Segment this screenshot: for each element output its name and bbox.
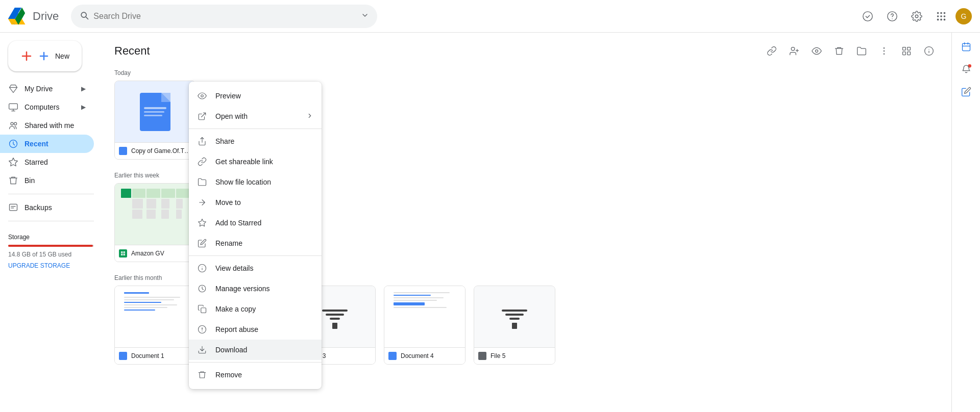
sidebar-item-label: My Drive: [24, 85, 53, 93]
sheets-icon: [119, 249, 127, 258]
sidebar-item-label: Recent: [24, 140, 48, 148]
share-menu-icon: [197, 136, 207, 146]
context-menu-open-with[interactable]: Open with: [189, 106, 322, 126]
file-card-month-5[interactable]: File 5: [474, 286, 555, 365]
expand-icon: ▶: [81, 104, 86, 111]
svg-rect-35: [121, 251, 123, 253]
file-thumbnail-sheet: [115, 184, 195, 245]
new-button[interactable]: New: [8, 41, 82, 71]
storage-label: Storage: [8, 234, 94, 241]
context-menu-show-location[interactable]: Show file location: [189, 172, 322, 192]
search-bar[interactable]: [71, 5, 377, 28]
search-dropdown-icon[interactable]: [361, 11, 369, 21]
sidebar-backups-label: Backups: [24, 203, 52, 212]
storage-section: Storage 14.8 GB of 15 GB used UPGRADE ST…: [0, 225, 102, 277]
sidebar-item-backups[interactable]: Backups: [0, 198, 94, 217]
svg-point-19: [791, 47, 795, 51]
svg-rect-14: [9, 104, 18, 109]
move-menu-icon: [197, 197, 207, 208]
expand-icon: ▶: [81, 85, 86, 92]
info-button[interactable]: [919, 41, 939, 61]
my-drive-icon: [8, 84, 18, 94]
file-card-month-1[interactable]: Document 1: [114, 286, 196, 365]
rename-menu-icon: [197, 238, 207, 248]
sidebar-item-bin[interactable]: Bin: [0, 171, 94, 190]
delete-button[interactable]: [829, 41, 849, 61]
versions-menu-icon: [197, 284, 207, 294]
preview-button[interactable]: [806, 41, 827, 61]
file-card-amazon[interactable]: Amazon GV: [114, 183, 196, 262]
edit-panel-icon[interactable]: [956, 82, 976, 102]
open-with-menu-label: Open with: [215, 112, 248, 120]
file-footer-m5: File 5: [474, 347, 555, 364]
calendar-panel-icon[interactable]: [956, 37, 976, 57]
star-menu-icon: [197, 218, 207, 228]
add-person-button[interactable]: [784, 41, 804, 61]
context-menu-make-copy[interactable]: Make a copy: [189, 299, 322, 319]
svg-point-22: [884, 50, 885, 52]
svg-rect-27: [908, 52, 911, 55]
context-menu-download[interactable]: Download: [189, 340, 322, 360]
help-button[interactable]: [882, 6, 902, 27]
context-menu-manage-versions[interactable]: Manage versions: [189, 278, 322, 299]
context-menu-add-starred[interactable]: Add to Starred: [189, 213, 322, 233]
get-link-button[interactable]: [762, 41, 782, 61]
svg-point-10: [937, 18, 939, 20]
doc-icon-m1: [119, 352, 127, 360]
svg-rect-34: [144, 115, 162, 116]
drive-logo-icon: [8, 8, 29, 25]
header-actions: [762, 41, 939, 61]
file-name-amazon: Amazon GV: [131, 250, 191, 257]
open-with-arrow-icon: [306, 112, 313, 121]
context-menu-rename[interactable]: Rename: [189, 233, 322, 253]
blue-doc-icon: [140, 93, 170, 131]
context-menu-get-link[interactable]: Get shareable link: [189, 151, 322, 172]
search-input[interactable]: [93, 12, 361, 21]
main-area: New My Drive ▶ Computers ▶: [0, 33, 980, 412]
file-thumbnail-m4: [384, 286, 465, 347]
move-to-menu-label: Move to: [215, 198, 241, 207]
sidebar-item-starred[interactable]: Starred: [0, 153, 94, 171]
notification-panel-icon[interactable]: [956, 59, 976, 80]
folder-menu-icon: [197, 177, 207, 187]
sidebar-item-shared[interactable]: Shared with me: [0, 116, 94, 135]
context-menu-preview[interactable]: Preview: [189, 86, 322, 106]
context-menu-divider-2: [189, 255, 322, 256]
report-abuse-menu-label: Report abuse: [215, 325, 258, 333]
file-card[interactable]: Copy of Game.Of.Th...: [114, 81, 196, 160]
svg-point-5: [940, 12, 942, 14]
plus-icon: [20, 50, 33, 62]
file-card-month-4[interactable]: Document 4: [384, 286, 465, 365]
move-to-button[interactable]: [851, 41, 872, 61]
sidebar-item-computers[interactable]: Computers ▶: [0, 98, 94, 116]
context-menu-view-details[interactable]: View details: [189, 258, 322, 278]
logo-text: Drive: [33, 10, 59, 23]
context-menu-share[interactable]: Share: [189, 131, 322, 151]
apps-button[interactable]: [931, 6, 951, 27]
doc-icon-m5: [478, 352, 486, 360]
svg-rect-24: [903, 47, 906, 50]
svg-rect-26: [903, 52, 906, 55]
context-menu-move-to[interactable]: Move to: [189, 192, 322, 213]
bin-icon: [8, 175, 18, 186]
avatar[interactable]: G: [955, 8, 972, 24]
context-menu-report-abuse[interactable]: Report abuse: [189, 319, 322, 340]
task-list-button[interactable]: [857, 6, 878, 27]
sidebar: New My Drive ▶ Computers ▶: [0, 33, 102, 412]
shared-icon: [8, 120, 18, 131]
svg-point-23: [884, 54, 885, 55]
file-name-m4: Document 4: [401, 352, 461, 359]
sidebar-item-label: Shared with me: [24, 121, 74, 130]
preview-menu-label: Preview: [215, 92, 241, 100]
upgrade-storage-link[interactable]: UPGRADE STORAGE: [8, 262, 94, 269]
storage-bar-background: [8, 245, 94, 247]
more-options-button[interactable]: [874, 41, 894, 61]
context-menu-remove[interactable]: Remove: [189, 365, 322, 385]
sidebar-item-my-drive[interactable]: My Drive ▶: [0, 80, 94, 98]
svg-point-15: [11, 122, 13, 125]
download-menu-icon: [197, 345, 207, 355]
sidebar-item-recent[interactable]: Recent: [0, 135, 94, 153]
settings-button[interactable]: [906, 6, 927, 27]
grid-view-button[interactable]: [896, 41, 917, 61]
file-footer-amazon: Amazon GV: [115, 245, 195, 262]
